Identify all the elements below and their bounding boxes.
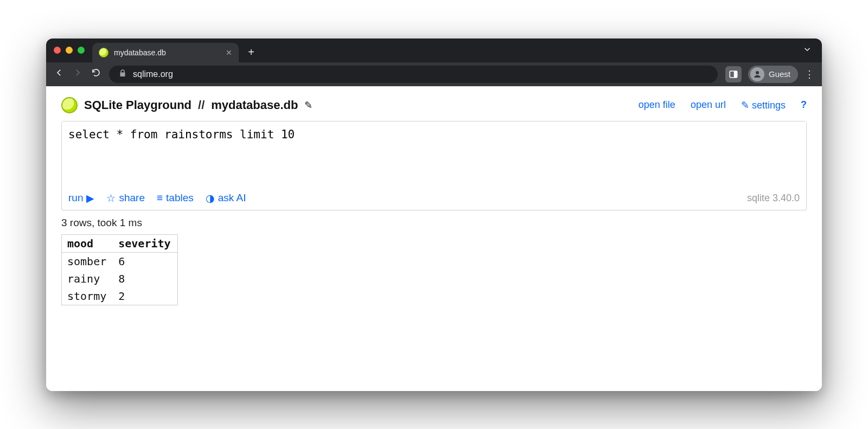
star-icon: ☆	[106, 192, 116, 204]
table-cell: 2	[113, 287, 177, 305]
tab-title: mydatabase.db	[114, 48, 166, 57]
table-row: somber 6	[62, 252, 178, 270]
table-header-row: mood severity	[62, 234, 178, 252]
reload-icon	[91, 68, 101, 78]
lock-icon	[118, 68, 127, 80]
editor-actions: run ▶ ☆ share ≡ tables ◑ ask AI sqlite 3…	[62, 189, 806, 210]
app-title: SQLite Playground	[84, 98, 192, 112]
table-cell: 6	[113, 252, 177, 270]
tables-button[interactable]: ≡ tables	[157, 192, 194, 204]
page-content: SQLite Playground // mydatabase.db ✎ ope…	[46, 86, 822, 391]
table-cell: 8	[113, 270, 177, 287]
page-header: SQLite Playground // mydatabase.db ✎ ope…	[61, 97, 807, 113]
arrow-left-icon	[54, 68, 64, 78]
run-button[interactable]: run ▶	[68, 192, 94, 204]
sqlite-version: sqlite 3.40.0	[747, 193, 800, 204]
toolbar-right: Guest ⋮	[725, 66, 814, 83]
back-button[interactable]	[54, 68, 65, 80]
table-row: rainy 8	[62, 270, 178, 287]
header-separator: //	[198, 98, 205, 112]
list-icon: ≡	[157, 192, 163, 204]
side-panel-button[interactable]	[725, 66, 742, 82]
close-tab-button[interactable]: ✕	[226, 48, 232, 57]
avatar-icon	[750, 67, 764, 81]
share-button[interactable]: ☆ share	[106, 192, 145, 204]
tab-favicon-icon	[99, 48, 108, 57]
side-panel-icon	[729, 69, 738, 79]
browser-menu-button[interactable]: ⋮	[805, 68, 814, 80]
result-table: mood severity somber 6 rainy 8 stormy 2	[61, 234, 178, 305]
table-cell: somber	[62, 252, 113, 270]
app-logo-icon	[61, 97, 78, 113]
column-header: severity	[113, 234, 177, 252]
address-bar[interactable]: sqlime.org	[109, 66, 718, 83]
window-controls	[54, 47, 85, 54]
minimize-window-button[interactable]	[66, 47, 73, 54]
forward-button[interactable]	[72, 68, 83, 80]
maximize-window-button[interactable]	[78, 47, 85, 54]
close-window-button[interactable]	[54, 47, 61, 54]
table-cell: stormy	[62, 287, 113, 305]
chevron-down-icon	[802, 44, 812, 54]
arrow-right-icon	[73, 68, 82, 78]
address-text: sqlime.org	[133, 69, 173, 79]
column-header: mood	[62, 234, 113, 252]
edit-name-button[interactable]: ✎	[304, 99, 312, 111]
open-file-link[interactable]: open file	[639, 99, 675, 111]
play-icon: ▶	[86, 192, 94, 204]
header-links: open file open url ✎ settings ?	[639, 99, 807, 111]
database-name: mydatabase.db	[211, 98, 298, 112]
table-row: stormy 2	[62, 287, 178, 305]
query-status: 3 rows, took 1 ms	[61, 217, 807, 229]
profile-label: Guest	[769, 69, 790, 79]
open-url-link[interactable]: open url	[691, 99, 726, 111]
svg-point-2	[756, 71, 759, 74]
ask-ai-button[interactable]: ◑ ask AI	[206, 192, 246, 204]
browser-window: mydatabase.db ✕ + sqlime.org	[46, 39, 822, 391]
svg-rect-1	[734, 71, 737, 78]
new-tab-button[interactable]: +	[243, 44, 259, 61]
sql-input[interactable]	[62, 121, 806, 187]
tabs-dropdown-button[interactable]	[802, 44, 812, 56]
settings-link[interactable]: ✎ settings	[741, 99, 786, 111]
help-link[interactable]: ?	[801, 99, 807, 111]
reload-button[interactable]	[91, 68, 101, 80]
table-cell: rainy	[62, 270, 113, 287]
browser-toolbar: sqlime.org Guest ⋮	[46, 62, 822, 86]
tab-bar: mydatabase.db ✕ +	[46, 39, 822, 62]
profile-button[interactable]: Guest	[748, 66, 798, 83]
editor-panel: run ▶ ☆ share ≡ tables ◑ ask AI sqlite 3…	[61, 121, 807, 210]
ai-icon: ◑	[206, 192, 215, 204]
browser-tab[interactable]: mydatabase.db ✕	[92, 43, 239, 62]
